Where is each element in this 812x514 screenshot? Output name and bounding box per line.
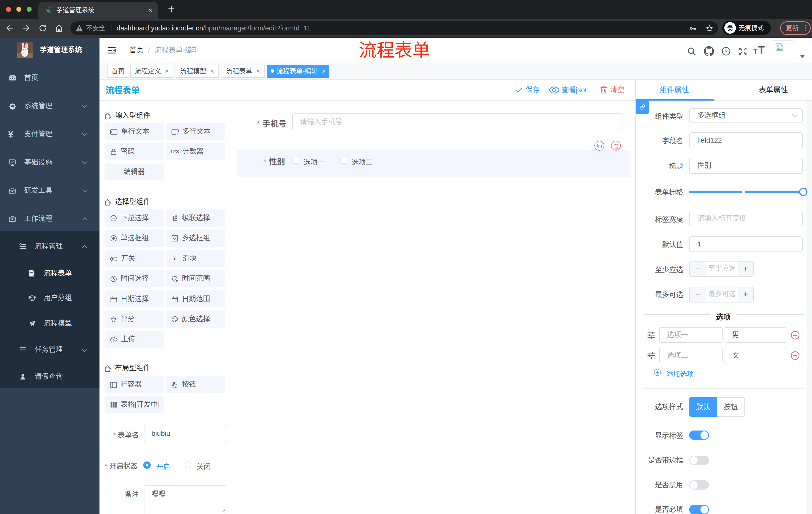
svg-text:?: ? [725, 49, 728, 54]
